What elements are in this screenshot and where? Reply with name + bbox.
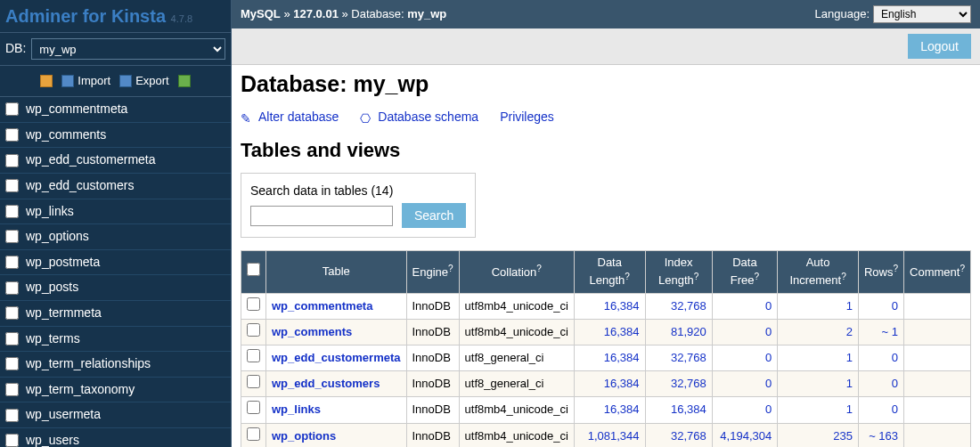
row-checkbox[interactable] <box>247 349 260 362</box>
table-checkbox[interactable] <box>5 383 19 396</box>
index-length-link[interactable]: 32,768 <box>671 299 706 313</box>
help-icon[interactable]: ? <box>960 264 965 273</box>
data-length-link[interactable]: 16,384 <box>604 325 640 338</box>
table-name-link[interactable]: wp_options <box>272 429 336 443</box>
help-icon[interactable]: ? <box>893 264 898 273</box>
auto-increment-link[interactable]: 1 <box>846 299 853 313</box>
table-checkbox[interactable] <box>5 281 19 295</box>
table-link[interactable]: wp_usermeta <box>26 406 101 424</box>
rows-link[interactable]: 0 <box>892 377 898 390</box>
data-free-link[interactable]: 0 <box>765 377 772 390</box>
index-length-link[interactable]: 32,768 <box>671 377 706 390</box>
auto-increment-link[interactable]: 1 <box>846 351 853 364</box>
data-length-link[interactable]: 16,384 <box>604 377 640 390</box>
data-free-link[interactable]: 4,194,304 <box>720 429 772 443</box>
row-checkbox[interactable] <box>247 427 260 441</box>
auto-increment-link[interactable]: 235 <box>833 429 853 443</box>
language-select[interactable]: English <box>873 5 971 23</box>
table-checkbox[interactable] <box>5 179 19 192</box>
col-header[interactable]: Auto Increment? <box>778 250 859 293</box>
table-link[interactable]: wp_term_relationships <box>26 355 151 373</box>
crumb-engine[interactable]: MySQL <box>241 7 281 20</box>
rows-link[interactable]: 0 <box>892 351 898 364</box>
db-select[interactable]: my_wp <box>31 38 225 60</box>
table-link[interactable]: wp_terms <box>26 330 80 348</box>
table-checkbox[interactable] <box>5 205 19 218</box>
row-checkbox[interactable] <box>247 323 260 337</box>
rows-link[interactable]: ~ 1 <box>882 325 898 338</box>
table-link[interactable]: wp_commentmeta <box>26 101 127 118</box>
alter-db-link[interactable]: ✎Alter database <box>241 109 339 126</box>
row-checkbox[interactable] <box>247 375 260 388</box>
help-icon[interactable]: ? <box>841 272 846 281</box>
search-button[interactable]: Search <box>402 203 466 228</box>
table-checkbox[interactable] <box>5 102 19 116</box>
help-icon[interactable]: ? <box>448 264 453 273</box>
index-length-link[interactable]: 32,768 <box>671 429 706 443</box>
data-length-link[interactable]: 16,384 <box>604 402 640 416</box>
data-free-link[interactable]: 0 <box>765 299 772 313</box>
data-length-link[interactable]: 16,384 <box>604 299 640 313</box>
index-length-link[interactable]: 16,384 <box>671 402 706 416</box>
col-header[interactable]: Rows? <box>858 250 903 293</box>
data-free-link[interactable]: 0 <box>765 325 772 338</box>
table-link[interactable]: wp_comments <box>26 126 106 144</box>
table-checkbox[interactable] <box>5 128 19 142</box>
table-checkbox[interactable] <box>5 154 19 167</box>
create-link[interactable] <box>178 73 191 89</box>
table-link[interactable]: wp_termmeta <box>26 305 102 322</box>
index-length-link[interactable]: 32,768 <box>671 351 706 364</box>
table-checkbox[interactable] <box>5 332 19 345</box>
table-name-link[interactable]: wp_edd_customermeta <box>272 351 401 364</box>
table-checkbox[interactable] <box>5 306 19 320</box>
schema-link[interactable]: ⎔Database schema <box>360 109 478 126</box>
help-icon[interactable]: ? <box>536 264 542 273</box>
table-checkbox[interactable] <box>5 256 19 269</box>
table-link[interactable]: wp_edd_customermeta <box>26 151 156 169</box>
data-free-link[interactable]: 0 <box>765 402 772 416</box>
help-icon[interactable]: ? <box>625 272 630 281</box>
table-link[interactable]: wp_users <box>26 432 79 447</box>
table-checkbox[interactable] <box>5 230 19 243</box>
rows-link[interactable]: ~ 163 <box>869 429 898 443</box>
table-checkbox[interactable] <box>5 434 19 447</box>
export-link[interactable]: Export <box>119 73 169 89</box>
table-link[interactable]: wp_term_taxonomy <box>26 381 135 399</box>
search-input[interactable] <box>250 206 393 226</box>
table-checkbox[interactable] <box>5 357 19 370</box>
index-length-link[interactable]: 81,920 <box>671 325 706 338</box>
table-link[interactable]: wp_options <box>26 228 89 246</box>
col-header[interactable]: Index Length? <box>645 250 712 293</box>
col-header[interactable]: Engine? <box>406 250 459 293</box>
sql-link[interactable] <box>40 73 53 89</box>
import-link[interactable]: Import <box>61 73 110 89</box>
select-all-checkbox[interactable] <box>247 263 260 276</box>
table-name-link[interactable]: wp_commentmeta <box>272 299 372 313</box>
rows-link[interactable]: 0 <box>892 299 898 313</box>
privileges-link[interactable]: Privileges <box>500 109 554 126</box>
row-checkbox[interactable] <box>247 401 260 414</box>
auto-increment-link[interactable]: 1 <box>846 377 853 390</box>
table-link[interactable]: wp_edd_customers <box>26 177 134 195</box>
col-header[interactable]: Data Length? <box>574 250 645 293</box>
col-header[interactable]: Comment? <box>904 250 971 293</box>
crumb-host[interactable]: 127.0.01 <box>293 7 339 20</box>
row-checkbox[interactable] <box>247 297 260 311</box>
help-icon[interactable]: ? <box>694 272 699 281</box>
auto-increment-link[interactable]: 1 <box>846 402 853 416</box>
data-length-link[interactable]: 16,384 <box>604 351 640 364</box>
table-link[interactable]: wp_postmeta <box>26 254 100 272</box>
col-header[interactable]: Collation? <box>459 250 574 293</box>
table-name-link[interactable]: wp_links <box>272 402 321 416</box>
data-free-link[interactable]: 0 <box>765 351 772 364</box>
table-link[interactable]: wp_links <box>26 203 74 221</box>
logout-button[interactable]: Logout <box>908 34 971 59</box>
table-name-link[interactable]: wp_edd_customers <box>272 377 380 390</box>
table-checkbox[interactable] <box>5 409 19 422</box>
auto-increment-link[interactable]: 2 <box>846 325 853 338</box>
brand-link[interactable]: Adminer for Kinsta <box>5 6 166 26</box>
data-length-link[interactable]: 1,081,344 <box>588 429 640 443</box>
col-header[interactable]: Table <box>266 250 407 293</box>
help-icon[interactable]: ? <box>755 272 760 281</box>
table-name-link[interactable]: wp_comments <box>272 325 352 338</box>
